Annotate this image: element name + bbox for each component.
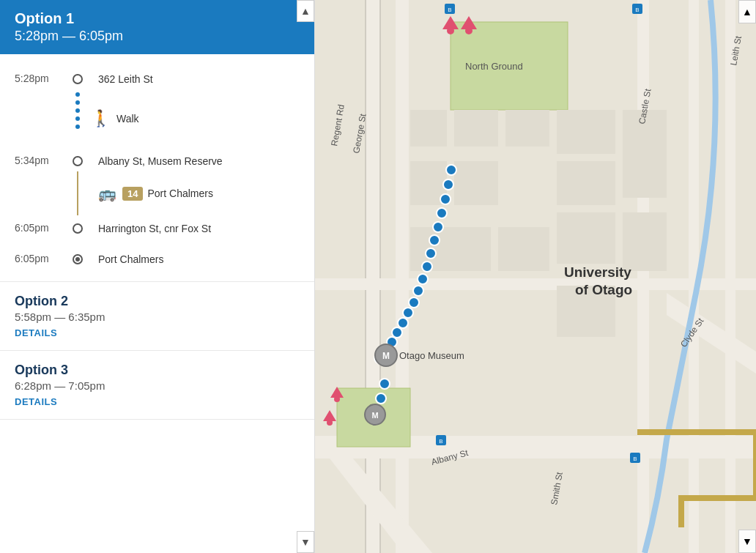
bus-destination: Port Chalmers <box>147 188 212 199</box>
step-harrington: 6:05pm Harrington St, cnr Fox St <box>15 215 300 239</box>
map-scroll-down[interactable]: ▼ <box>738 530 756 553</box>
svg-text:University: University <box>564 264 631 280</box>
svg-rect-22 <box>557 161 615 205</box>
bus-icon: 🚌 <box>98 185 116 202</box>
svg-text:M: M <box>371 411 378 420</box>
svg-point-38 <box>403 308 413 318</box>
svg-text:B: B <box>448 7 451 13</box>
svg-point-28 <box>443 179 453 190</box>
svg-point-37 <box>409 297 419 308</box>
svg-rect-3 <box>396 0 409 553</box>
walk-text: Walk <box>116 113 139 125</box>
svg-text:B: B <box>633 456 637 462</box>
option2-time: 5:58pm — 6:35pm <box>15 311 300 323</box>
svg-text:M: M <box>382 351 390 361</box>
svg-point-35 <box>418 274 428 284</box>
albany-dot <box>73 156 83 166</box>
step-time-3: 6:05pm <box>15 220 64 234</box>
map-svg: M M B B B B Regent Rd George St Castle S… <box>315 0 756 553</box>
svg-point-64 <box>327 420 333 426</box>
step-time-2: 5:34pm <box>15 153 64 166</box>
map-scroll-controls: ▲ ▼ <box>738 0 756 553</box>
svg-text:North Ground: North Ground <box>465 61 523 72</box>
svg-rect-21 <box>557 110 615 154</box>
step-icon-col-1 <box>64 72 91 84</box>
svg-point-27 <box>446 165 456 175</box>
svg-text:B: B <box>635 7 639 13</box>
step-label-3: Harrington St, cnr Fox St <box>91 220 300 234</box>
step-label-2: Albany St, Musem Reserve <box>91 153 300 167</box>
scroll-up-button[interactable]: ▲ <box>297 0 314 22</box>
svg-rect-18 <box>454 161 498 205</box>
option3-details-link[interactable]: DETAILS <box>15 396 300 407</box>
svg-point-33 <box>426 248 436 259</box>
walk-icon: 🚶 <box>91 109 111 128</box>
svg-rect-9 <box>637 0 649 553</box>
left-panel: ▲ Option 1 5:28pm — 6:05pm 5:28pm 362 Le… <box>0 0 315 553</box>
step-icon-col-2 <box>64 154 91 166</box>
step-label-1: 362 Leith St <box>91 71 300 85</box>
route-badge: 14 <box>122 187 143 201</box>
svg-point-45 <box>376 393 386 404</box>
start-dot <box>73 74 83 84</box>
step-time-1: 5:28pm <box>15 71 64 84</box>
svg-rect-23 <box>557 212 615 264</box>
walk-label: 🚶 Walk <box>91 89 139 148</box>
option3-section: Option 3 6:28pm — 7:05pm DETAILS <box>0 351 314 420</box>
option2-section: Option 2 5:58pm — 6:35pm DETAILS <box>0 282 314 351</box>
svg-text:Otago Museum: Otago Museum <box>399 350 464 361</box>
svg-rect-20 <box>498 227 549 271</box>
svg-point-29 <box>440 194 451 204</box>
svg-rect-2 <box>366 0 379 553</box>
svg-point-30 <box>437 208 447 218</box>
option2-details-link[interactable]: DETAILS <box>15 327 300 338</box>
step-destination: 6:05pm Port Chalmers <box>15 246 300 270</box>
svg-rect-15 <box>454 110 498 146</box>
option2-title: Option 2 <box>15 294 300 309</box>
svg-text:of Otago: of Otago <box>575 282 632 297</box>
option1-header: Option 1 5:28pm — 6:05pm <box>0 0 314 54</box>
svg-point-34 <box>422 261 432 272</box>
option1-time: 5:28pm — 6:05pm <box>15 29 300 44</box>
bus-icon-col <box>64 171 91 215</box>
step-label-4: Port Chalmers <box>91 251 300 265</box>
svg-point-44 <box>379 379 390 389</box>
svg-point-66 <box>334 396 340 402</box>
svg-point-40 <box>392 327 402 338</box>
bus-section: 🚌 14 Port Chalmers <box>15 171 300 215</box>
option3-title: Option 3 <box>15 363 300 378</box>
svg-text:B: B <box>439 438 442 445</box>
destination-dot <box>73 254 83 264</box>
step-icon-col-4 <box>64 252 91 264</box>
walk-section: 🚶 Walk <box>15 89 300 148</box>
walk-label-row <box>50 89 78 148</box>
svg-rect-16 <box>505 110 549 146</box>
step-start: 5:28pm 362 Leith St <box>15 66 300 89</box>
step-albany: 5:34pm Albany St, Musem Reserve <box>15 148 300 171</box>
svg-point-36 <box>413 286 423 296</box>
svg-rect-26 <box>623 212 667 271</box>
svg-point-52 <box>447 27 454 34</box>
bus-route-label: 🚌 14 Port Chalmers <box>91 171 213 215</box>
scroll-down-button[interactable]: ▼ <box>297 531 314 553</box>
svg-point-39 <box>398 318 408 328</box>
svg-point-31 <box>433 222 443 232</box>
map-panel: M M B B B B Regent Rd George St Castle S… <box>315 0 756 553</box>
itinerary: 5:28pm 362 Leith St <box>0 54 314 282</box>
step-time-4: 6:05pm <box>15 251 64 264</box>
svg-point-54 <box>465 27 472 34</box>
option1-title: Option 1 <box>15 10 300 27</box>
option3-time: 6:28pm — 7:05pm <box>15 379 300 392</box>
map-scroll-up[interactable]: ▲ <box>738 0 756 23</box>
step-icon-col-3 <box>64 221 91 234</box>
svg-point-32 <box>429 235 440 245</box>
svg-rect-14 <box>410 110 447 146</box>
svg-rect-11 <box>725 0 735 553</box>
harrington-dot <box>73 223 83 234</box>
